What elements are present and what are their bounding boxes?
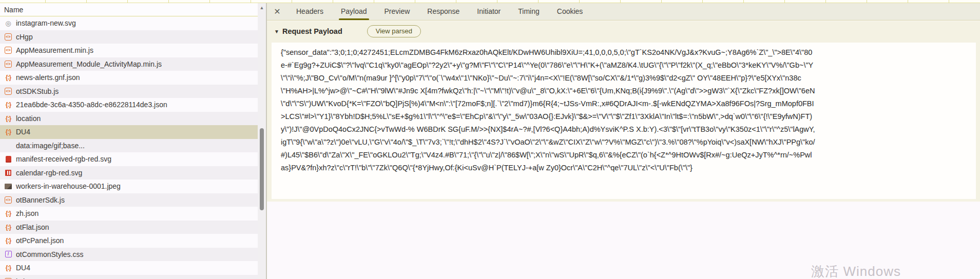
json-file-icon: {:} — [4, 128, 13, 136]
request-row-label: otBannerSdk.js — [16, 196, 65, 204]
request-row-chgp[interactable]: <>cHgp — [0, 30, 258, 44]
request-row-otflat-json[interactable]: {:}otFlat.json — [0, 221, 258, 234]
request-list-scrollbar[interactable]: ▲ — [258, 3, 266, 279]
close-icon[interactable]: ✕ — [267, 7, 287, 16]
json-file-icon: {:} — [4, 264, 13, 272]
request-row-location[interactable]: {:}location — [0, 112, 258, 126]
script-file-icon: <> — [4, 60, 13, 68]
tab-row: HeadersPayloadPreviewResponseInitiatorTi… — [287, 3, 591, 21]
request-row-label: calendar-rgb-red.svg — [16, 169, 82, 177]
request-row-label: DU4 — [16, 264, 30, 272]
request-row-manifest-received-rgb-red-svg[interactable]: manifest-received-rgb-red.svg — [0, 152, 258, 166]
scrollbar-up-icon[interactable]: ▲ — [259, 4, 265, 11]
script-file-icon: <> — [4, 196, 13, 204]
photo-thumbnail-icon — [4, 182, 13, 190]
request-row-otpcpanel-json[interactable]: {:}otPcPanel.json — [0, 234, 258, 248]
image-file-icon: ◎ — [4, 19, 13, 27]
css-file-icon: / — [4, 250, 13, 258]
request-row-du4[interactable]: {:}DU4 — [0, 125, 258, 139]
request-row-news-alerts-gnf-json[interactable]: {:}news-alerts.gnf.json — [0, 71, 258, 85]
request-row-21ea6bde-3c6a-4350-a8dc-e86228114de3-json[interactable]: {:}21ea6bde-3c6a-4350-a8dc-e86228114de3.… — [0, 98, 258, 112]
tab-cookies[interactable]: Cookies — [551, 3, 589, 21]
tab-timing[interactable]: Timing — [512, 3, 546, 21]
json-file-icon: {:} — [4, 73, 13, 82]
script-file-icon: <> — [4, 46, 13, 54]
request-row-appmeasurement-min-js[interactable]: <>AppMeasurement.min.js — [0, 44, 258, 57]
request-row-label: instagram-new.svg — [16, 19, 76, 27]
request-row-label: workers-in-warehouse-0001.jpeg — [16, 182, 121, 190]
json-file-icon: {:} — [4, 209, 13, 217]
name-column-header[interactable]: Name — [0, 3, 258, 16]
request-row-label: cHgp — [16, 33, 33, 41]
request-list: Name ◎instagram-new.svg<>cHgp<>AppMeasur… — [0, 3, 258, 279]
request-row-label: otSDKStub.js — [16, 87, 59, 95]
request-row-label: otPcPanel.json — [16, 236, 64, 245]
tab-payload[interactable]: Payload — [335, 3, 373, 21]
request-row-label: otCommonStyles.css — [16, 250, 83, 258]
request-row-otbannersdk-js[interactable]: <>otBannerSdk.js — [0, 193, 258, 207]
json-file-icon: {:} — [4, 236, 13, 245]
request-row-otsdkstub-js[interactable]: <>otSDKStub.js — [0, 85, 258, 98]
json-file-icon: {:} — [4, 101, 13, 109]
detail-tab-bar: ✕ HeadersPayloadPreviewResponseInitiator… — [267, 3, 980, 21]
request-payload-title[interactable]: Request Payload — [282, 27, 342, 35]
collapse-caret-icon[interactable]: ▼ — [274, 29, 279, 34]
tab-initiator[interactable]: Initiator — [471, 3, 507, 21]
tab-headers[interactable]: Headers — [290, 3, 330, 21]
request-row-label: AppMeasurement_Module_ActivityMap.min.js — [16, 60, 162, 68]
request-row-workers-in-warehouse-0001-jpeg[interactable]: workers-in-warehouse-0001.jpeg — [0, 180, 258, 193]
request-row-label: 21ea6bde-3c6a-4350-a8dc-e86228114de3.jso… — [16, 101, 167, 109]
request-row-label: news-alerts.gnf.json — [16, 73, 80, 82]
payload-section: ▼ Request Payload View parsed {"sensor_d… — [267, 21, 980, 202]
request-row-label: location — [16, 114, 41, 123]
view-parsed-button[interactable]: View parsed — [367, 25, 421, 37]
request-detail-panel: ✕ HeadersPayloadPreviewResponseInitiator… — [266, 3, 980, 279]
request-row-data-image-gif-base-[interactable]: data:image/gif;base... — [0, 139, 258, 153]
request-row-du4[interactable]: {:}DU4 — [0, 261, 258, 275]
request-payload-header-row: ▼ Request Payload View parsed — [267, 21, 980, 42]
script-file-icon: <> — [4, 33, 13, 41]
request-rows-container: ◎instagram-new.svg<>cHgp<>AppMeasurement… — [0, 16, 258, 279]
tab-response[interactable]: Response — [421, 3, 466, 21]
request-row-label: otFlat.json — [16, 223, 49, 231]
request-row-label: data:image/gif;base... — [16, 142, 85, 150]
request-row-instagram-new-svg[interactable]: ◎instagram-new.svg — [0, 16, 258, 30]
devtools-network-panel: Name ◎instagram-new.svg<>cHgp<>AppMeasur… — [0, 0, 980, 279]
request-row-appmeasurement-module-activitymap-min-js[interactable]: <>AppMeasurement_Module_ActivityMap.min.… — [0, 57, 258, 71]
raw-payload-text[interactable]: {"sensor_data":"3;0;1;0;4272451;ELcmZDMB… — [281, 46, 816, 174]
request-row-label: manifest-received-rgb-red.svg — [16, 155, 111, 163]
request-row-label: DU4 — [16, 128, 30, 136]
json-file-icon: {:} — [4, 223, 13, 231]
script-file-icon: <> — [4, 87, 13, 95]
request-row-otcommonstyles-css[interactable]: /otCommonStyles.css — [0, 248, 258, 262]
red-calendar-icon — [4, 169, 13, 177]
request-row-calendar-rgb-red-svg[interactable]: calendar-rgb-red.svg — [0, 166, 258, 180]
request-row-label: AppMeasurement.min.js — [16, 46, 93, 54]
request-row-js-js[interactable]: <>js.js — [0, 275, 258, 279]
no-icon — [4, 142, 13, 150]
red-document-icon — [4, 155, 13, 163]
request-row-label: zh.json — [16, 209, 39, 217]
tab-preview[interactable]: Preview — [378, 3, 416, 21]
activate-windows-watermark: 激活 Windows — [811, 263, 901, 279]
request-row-zh-json[interactable]: {:}zh.json — [0, 207, 258, 221]
payload-card: {"sensor_data":"3;0;1;0;4272451;ELcmZDMB… — [272, 43, 976, 199]
json-file-icon: {:} — [4, 114, 13, 123]
scrollbar-thumb[interactable] — [260, 128, 264, 210]
